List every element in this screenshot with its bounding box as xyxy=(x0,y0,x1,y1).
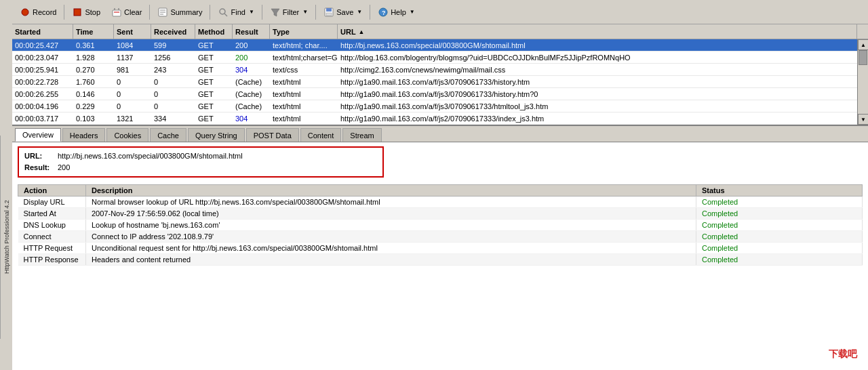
save-label: Save xyxy=(336,8,353,16)
clear-icon xyxy=(111,7,122,18)
cell-sent: 0 xyxy=(114,88,151,100)
tab-post-data[interactable]: POST Data xyxy=(246,128,299,142)
col-header-received[interactable]: Received xyxy=(151,24,195,39)
sidebar-label: HttpWatch Professional 4.2 xyxy=(0,136,12,339)
clear-label: Clear xyxy=(124,8,142,16)
cell-url: http://g1a90.mail.163.com/a/f/js3/070906… xyxy=(338,76,868,87)
scroll-down-button[interactable]: ▼ xyxy=(858,114,868,125)
cell-received: 0 xyxy=(151,76,195,87)
tab-cookies[interactable]: Cookies xyxy=(106,128,149,142)
tab-headers[interactable]: Headers xyxy=(62,128,106,142)
overview-table-container: Action Description Status Display URL No… xyxy=(12,184,868,266)
cell-result: 304 xyxy=(233,64,270,75)
find-icon xyxy=(218,7,229,18)
cell-received: 243 xyxy=(151,64,195,75)
cell-type: text/html xyxy=(270,88,338,100)
col-header-type[interactable]: Type xyxy=(270,24,338,39)
col-type-label: Type xyxy=(273,28,290,36)
col-header-result[interactable]: Result xyxy=(233,24,270,39)
table-row[interactable]: 00:00:26.255 0.146 0 0 GET (Cache) text/… xyxy=(12,88,868,100)
cell-method: GET xyxy=(195,39,233,51)
table-row[interactable]: 00:00:25.427 0.361 1084 599 GET 200 text… xyxy=(12,39,868,52)
tab-content[interactable]: Content xyxy=(300,128,342,142)
svg-point-0 xyxy=(22,9,28,16)
cell-method: GET xyxy=(195,52,233,63)
save-dropdown-icon[interactable]: ▼ xyxy=(357,9,362,15)
overview-row: HTTP Response Headers and content return… xyxy=(18,254,863,266)
cell-status: Completed xyxy=(696,197,863,208)
cell-description: Headers and content returned xyxy=(86,254,696,266)
table-row[interactable]: 00:00:03.717 0.103 1321 334 GET 304 text… xyxy=(12,112,868,125)
tab-cache[interactable]: Cache xyxy=(150,128,186,142)
filter-label: Filter xyxy=(283,8,299,16)
filter-icon xyxy=(270,7,281,18)
tabs-bar: OverviewHeadersCookiesCacheQuery StringP… xyxy=(12,126,868,142)
stop-button[interactable]: Stop xyxy=(67,3,105,21)
col-header-method[interactable]: Method xyxy=(195,24,233,39)
summary-label: Summary xyxy=(170,8,202,16)
find-label: Find xyxy=(231,8,245,16)
cell-started: 00:00:04.196 xyxy=(12,100,73,112)
scroll-track[interactable] xyxy=(858,50,868,114)
cell-method: GET xyxy=(195,64,233,75)
cell-result: 304 xyxy=(233,112,270,124)
url-value: http://bj.news.163.com/special/003800GM/… xyxy=(58,150,243,162)
table-rows-container: 00:00:25.427 0.361 1084 599 GET 200 text… xyxy=(12,39,868,125)
clear-button[interactable]: Clear xyxy=(106,3,146,21)
scroll-thumb[interactable] xyxy=(859,50,867,65)
tab-stream[interactable]: Stream xyxy=(342,128,381,142)
find-button[interactable]: Find ▼ xyxy=(213,3,258,21)
cell-url: http://blog.163.com/blogentry/blogmsg/?u… xyxy=(338,52,868,63)
cell-started: 00:00:23.047 xyxy=(12,52,73,63)
col-header-started[interactable]: Started xyxy=(12,24,73,39)
cell-sent: 1137 xyxy=(114,52,151,63)
help-icon: ? xyxy=(378,7,389,18)
help-button[interactable]: ? Help ▼ xyxy=(373,3,420,21)
toolbar-separator-3 xyxy=(210,5,210,20)
cell-type: text/html;charset=GBK xyxy=(270,52,338,63)
vertical-scrollbar[interactable]: ▲ ▼ xyxy=(857,39,868,125)
result-value: 200 xyxy=(58,162,70,173)
find-dropdown-icon[interactable]: ▼ xyxy=(249,9,254,15)
table-row[interactable]: 00:00:23.047 1.928 1137 1256 GET 200 tex… xyxy=(12,52,868,64)
table-row[interactable]: 00:00:22.728 1.760 0 0 GET (Cache) text/… xyxy=(12,76,868,88)
watermark: 下载吧 xyxy=(825,347,861,362)
cell-status: Completed xyxy=(696,220,863,231)
summary-button[interactable]: Summary xyxy=(153,3,207,21)
svg-rect-14 xyxy=(326,8,332,12)
url-info-result-row: Result: 200 xyxy=(24,162,377,173)
filter-dropdown-icon[interactable]: ▼ xyxy=(302,9,308,15)
col-result-label: Result xyxy=(235,28,258,36)
cell-time: 1.928 xyxy=(73,52,114,63)
help-dropdown-icon[interactable]: ▼ xyxy=(410,9,415,15)
col-header-url[interactable]: URL ▲ xyxy=(338,24,857,39)
overview-table: Action Description Status Display URL No… xyxy=(18,184,863,266)
col-header-time[interactable]: Time xyxy=(73,24,114,39)
col-received-label: Received xyxy=(154,28,186,36)
url-info-url-row: URL: http://bj.news.163.com/special/0038… xyxy=(24,150,377,162)
overview-row: Started At 2007-Nov-29 17:56:59.062 (loc… xyxy=(18,208,863,220)
main-table-area: Started Time Sent Received Method Result xyxy=(12,24,868,126)
cell-method: GET xyxy=(195,76,233,87)
col-method-label: Method xyxy=(198,28,224,36)
cell-received: 0 xyxy=(151,100,195,112)
cell-received: 334 xyxy=(151,112,195,124)
tab-query-string[interactable]: Query String xyxy=(188,128,245,142)
cell-status: Completed xyxy=(696,254,863,266)
save-button[interactable]: Save ▼ xyxy=(319,3,367,21)
svg-rect-15 xyxy=(326,13,332,16)
toolbar-separator-4 xyxy=(262,5,262,20)
cell-description: Normal browser lookup of URL http://bj.n… xyxy=(86,197,696,208)
overview-row: DNS Lookup Lookup of hostname 'bj.news.1… xyxy=(18,220,863,231)
filter-button[interactable]: Filter ▼ xyxy=(265,3,313,21)
tab-overview[interactable]: Overview xyxy=(15,128,61,142)
table-row[interactable]: 00:00:04.196 0.229 0 0 GET (Cache) text/… xyxy=(12,100,868,112)
overview-row: Display URL Normal browser lookup of URL… xyxy=(18,197,863,208)
table-row[interactable]: 00:00:25.941 0.270 981 243 GET 304 text/… xyxy=(12,64,868,76)
summary-icon xyxy=(157,7,168,18)
record-button[interactable]: Record xyxy=(15,3,61,21)
col-header-sent[interactable]: Sent xyxy=(114,24,151,39)
cell-action: Display URL xyxy=(18,197,86,208)
toolbar-separator-5 xyxy=(315,5,316,20)
scroll-up-button[interactable]: ▲ xyxy=(858,39,868,50)
